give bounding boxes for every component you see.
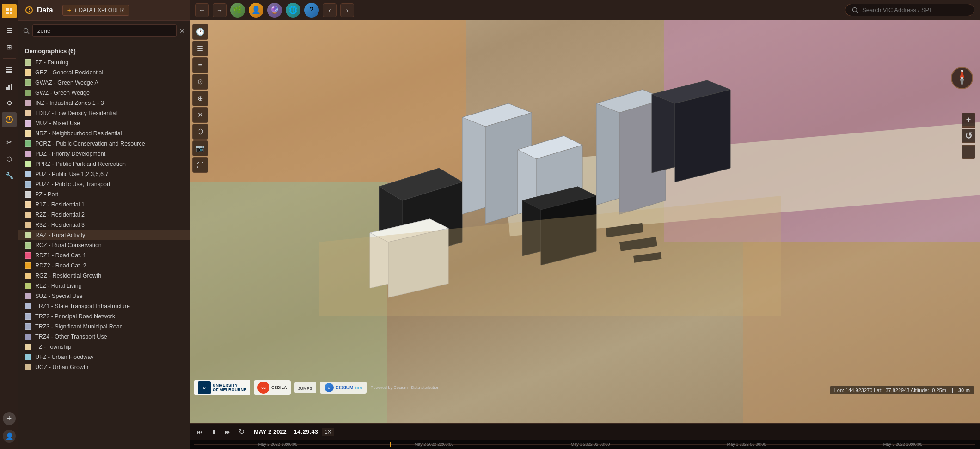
timeline-skip-back[interactable]: ⏮: [195, 427, 205, 437]
search-clear-button[interactable]: ✕: [179, 27, 185, 35]
color-swatch-ufz: [25, 354, 31, 360]
timeline-label-4: May 3 2022 06:00:00: [727, 442, 766, 447]
sidebar-grid-icon[interactable]: ⊞: [2, 40, 17, 55]
sidebar-hexagon-icon[interactable]: ⬡: [2, 152, 17, 166]
list-item-inz[interactable]: INZ - Industrial Zones 1 - 3: [18, 98, 190, 108]
timeline-label-1: May 2 2022 18:00:00: [258, 442, 298, 447]
list-item-pcrz[interactable]: PCRZ - Public Conservation and Resource: [18, 139, 190, 149]
data-panel: Data + + DATA EXPLORER ✕ Demographics (6…: [18, 0, 190, 449]
list-item-r2z[interactable]: R2Z - Residential 2: [18, 210, 190, 220]
sidebar-wrench-icon[interactable]: 🔧: [2, 168, 17, 183]
list-item-rgz[interactable]: RGZ - Residential Growth: [18, 271, 190, 281]
camera-tool[interactable]: 📷: [192, 140, 208, 156]
list-item-rdz2[interactable]: RDZ2 - Road Cat. 2: [18, 261, 190, 271]
list-item-ufz[interactable]: UFZ - Urban Floodway: [18, 352, 190, 362]
list-item-ugz[interactable]: UGZ - Urban Growth: [18, 362, 190, 372]
globe-tool[interactable]: ⊙: [192, 74, 208, 90]
powered-by-label: Powered by Cesium · Data attribution: [370, 385, 439, 390]
avatar-teal[interactable]: 🌐: [286, 3, 300, 18]
timeline-label-3: May 3 2022 02:00:00: [571, 442, 610, 447]
data-explorer-button[interactable]: + + DATA EXPLORER: [62, 5, 129, 16]
list-item-trz3[interactable]: TRZ3 - Significant Municipal Road: [18, 322, 190, 332]
list-item-grz[interactable]: GRZ - General Residential: [18, 67, 190, 78]
list-item-label-trz3: TRZ3 - Significant Municipal Road: [35, 323, 123, 330]
list-item-rdz1[interactable]: RDZ1 - Road Cat. 1: [18, 250, 190, 261]
list-item-trz1[interactable]: TRZ1 - State Transport Infrastructure: [18, 301, 190, 311]
hexagon-tool[interactable]: ⬡: [192, 124, 208, 140]
timeline-skip-forward[interactable]: ⏭: [223, 427, 233, 437]
list-item-r3z[interactable]: R3Z - Residential 3: [18, 220, 190, 230]
avatar-green[interactable]: 🌿: [230, 3, 245, 18]
zoom-in-button[interactable]: +: [962, 113, 975, 127]
list-item-label-ufz: UFZ - Urban Floodway: [35, 354, 93, 360]
timeline-loop[interactable]: ↻: [237, 426, 246, 437]
list-item-raz[interactable]: RAZ - Rural Activity: [18, 230, 190, 240]
bars-tool[interactable]: ≡: [192, 57, 208, 73]
color-swatch-ldrz: [25, 110, 31, 116]
timeline-track[interactable]: May 2 2022 18:00:00 May 2 2022 22:00:00 …: [190, 440, 980, 449]
color-swatch-trz1: [25, 303, 31, 309]
avatar-orange[interactable]: 👤: [249, 3, 263, 18]
timeline-label-5: May 3 2022 10:00:00: [883, 442, 923, 447]
list-item-puz[interactable]: PUZ - Public Use 1,2,3,5,6,7: [18, 169, 190, 179]
list-item-trz4[interactable]: TRZ4 - Other Transport Use: [18, 332, 190, 342]
avatar-help[interactable]: ?: [304, 3, 319, 18]
address-search-box[interactable]: [845, 4, 974, 16]
add-button[interactable]: +: [3, 412, 16, 425]
zoom-out-button[interactable]: −: [962, 145, 975, 159]
list-item-rcz[interactable]: RCZ - Rural Conservation: [18, 240, 190, 250]
sidebar-layers-icon[interactable]: [2, 62, 17, 77]
list-item-pdz[interactable]: PDZ - Priority Development: [18, 149, 190, 159]
list-item-puz4[interactable]: PUZ4 - Public Use, Transport: [18, 179, 190, 189]
sidebar-chart-icon[interactable]: [2, 79, 17, 94]
list-item-gwz[interactable]: GWZ - Green Wedge: [18, 88, 190, 98]
list-item-tz[interactable]: TZ - Township: [18, 342, 190, 352]
list-item-label-tz: TZ - Township: [35, 344, 71, 350]
svg-line-13: [28, 32, 30, 34]
map-view[interactable]: 🕐 ≡ ⊙ ⊕ ✕ ⬡ 📷 ⛶ N + ↺: [190, 20, 980, 423]
timeline-date: MAY 2 2022: [254, 428, 287, 435]
data-list: Demographics (6) FZ - FarmingGRZ - Gener…: [18, 41, 190, 449]
top-toolbar: ← → 🌿 👤 🔮 🌐 ? ‹ ›: [190, 0, 980, 20]
clock-tool[interactable]: 🕐: [192, 24, 208, 40]
cross-tool[interactable]: ✕: [192, 107, 208, 123]
fullscreen-tool[interactable]: ⛶: [192, 157, 208, 173]
user-button[interactable]: 👤: [3, 430, 16, 443]
list-item-gwaz[interactable]: GWAZ - Green Wedge A: [18, 78, 190, 88]
next-nav[interactable]: ›: [340, 3, 354, 17]
sidebar-tool-icon[interactable]: ✂: [2, 135, 17, 150]
list-item-fz[interactable]: FZ - Farming: [18, 57, 190, 67]
plus-tool[interactable]: ⊕: [192, 91, 208, 106]
sidebar-divider-2: [3, 131, 16, 131]
svg-rect-5: [11, 84, 12, 90]
list-item-suz[interactable]: SUZ - Special Use: [18, 291, 190, 301]
svg-text:N: N: [961, 69, 963, 73]
list-item-label-trz2: TRZ2 - Principal Road Network: [35, 313, 115, 320]
list-item-pprz[interactable]: PPRZ - Public Park and Recreation: [18, 159, 190, 169]
list-item-nrz[interactable]: NRZ - Neighbourhood Residential: [18, 128, 190, 139]
svg-line-15: [857, 11, 858, 13]
address-search-input[interactable]: [862, 6, 955, 13]
layers-tool[interactable]: [192, 41, 208, 56]
list-item-muz[interactable]: MUZ - Mixed Use: [18, 118, 190, 128]
back-button[interactable]: ←: [195, 3, 209, 17]
search-input[interactable]: [32, 24, 177, 37]
list-item-rlz[interactable]: RLZ - Rural Living: [18, 281, 190, 291]
list-item-r1z[interactable]: R1Z - Residential 1: [18, 200, 190, 210]
sidebar-settings-icon[interactable]: ⚙: [2, 96, 17, 110]
forward-button[interactable]: →: [213, 3, 227, 17]
timeline-speed[interactable]: 1X: [322, 428, 334, 436]
sidebar-data-icon[interactable]: [2, 112, 17, 127]
color-swatch-ugz: [25, 364, 31, 370]
app-logo[interactable]: [2, 4, 17, 18]
avatar-purple[interactable]: 🔮: [267, 3, 282, 18]
timeline-play-pause[interactable]: ⏸: [209, 427, 219, 437]
prev-nav[interactable]: ‹: [323, 3, 337, 17]
list-item-trz2[interactable]: TRZ2 - Principal Road Network: [18, 311, 190, 322]
list-item-label-rcz: RCZ - Rural Conservation: [35, 242, 102, 249]
list-item-ldrz[interactable]: LDRZ - Low Density Residential: [18, 108, 190, 118]
sidebar-menu-icon[interactable]: ☰: [2, 23, 17, 38]
color-swatch-trz3: [25, 323, 31, 330]
zoom-reset-button[interactable]: ↺: [962, 129, 975, 143]
list-item-pz[interactable]: PZ - Port: [18, 189, 190, 200]
